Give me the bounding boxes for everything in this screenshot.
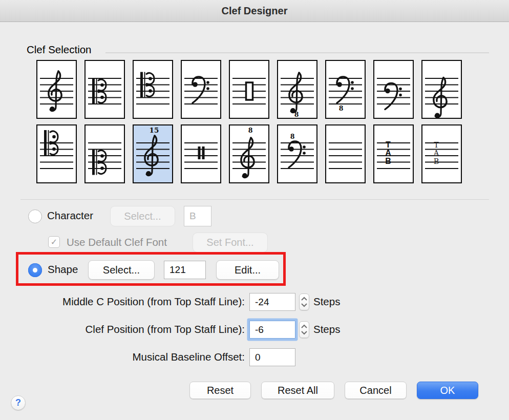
shape-radio[interactable] (28, 263, 42, 277)
checkmark-icon: ✓ (51, 237, 57, 247)
svg-text:8: 8 (248, 127, 253, 134)
stepper-up-icon (301, 297, 308, 301)
clef-cell-16-blank[interactable] (325, 124, 366, 183)
stepper-up-icon (301, 324, 308, 328)
clef-grid-row-1: 8 8 (36, 60, 462, 119)
clef-cell-5-perc-rect[interactable] (229, 60, 269, 119)
clef-cell-17-tab-bold[interactable]: TAB (373, 124, 414, 183)
clef-cell-6-treble[interactable]: 8 (277, 60, 317, 119)
svg-text:T: T (386, 140, 391, 149)
musical-baseline-offset-label: Musical Baseline Offset: (0, 351, 245, 363)
clef-selection-label: Clef Selection (27, 44, 91, 56)
musical-baseline-offset-field[interactable] (249, 348, 295, 366)
middle-c-position-field[interactable] (249, 293, 295, 311)
svg-text:8: 8 (339, 104, 344, 112)
clef-cell-9-treble[interactable] (421, 60, 462, 119)
clef-position-field[interactable] (249, 321, 295, 339)
help-button[interactable]: ? (11, 395, 26, 410)
shape-select-button[interactable]: Select... (88, 260, 155, 280)
clef-cell-10-c-clef[interactable] (36, 124, 77, 183)
clef-position-steps-label: Steps (313, 323, 340, 335)
window-titlebar[interactable]: Clef Designer (0, 0, 509, 22)
shape-radio-label: Shape (48, 263, 78, 276)
svg-text:A: A (433, 149, 439, 157)
use-default-clef-font-checkbox[interactable]: ✓ (48, 236, 60, 248)
clef-grid-row-2: 15 8 8TABTAB (36, 124, 462, 183)
ok-button[interactable]: OK (417, 382, 478, 399)
svg-text:T: T (434, 141, 439, 149)
clef-cell-14-treble[interactable]: 8 (229, 124, 269, 183)
clef-cell-8-bass[interactable] (373, 60, 414, 119)
cancel-button[interactable]: Cancel (345, 382, 407, 399)
question-mark-icon: ? (15, 397, 21, 408)
middle-c-steps-label: Steps (313, 296, 340, 308)
clef-cell-12-treble-selected[interactable]: 15 (133, 124, 173, 183)
shape-edit-button[interactable]: Edit... (216, 260, 279, 280)
clef-position-label: Clef Position (from Top Staff Line): (0, 323, 245, 335)
svg-text:8: 8 (294, 111, 299, 118)
clef-cell-15-bass[interactable]: 8 (277, 124, 317, 183)
reset-button[interactable]: Reset (189, 382, 251, 399)
middle-c-stepper[interactable] (299, 293, 309, 310)
reset-all-button[interactable]: Reset All (261, 382, 334, 399)
clef-cell-3-c-clef[interactable] (133, 60, 173, 119)
stepper-down-icon (301, 303, 308, 307)
use-default-clef-font-label: Use Default Clef Font (67, 236, 167, 248)
set-font-button[interactable]: Set Font... (193, 233, 268, 253)
clef-cell-18-tab-serif[interactable]: TAB (421, 124, 462, 183)
radio-dot (33, 268, 37, 272)
window-title: Clef Designer (222, 5, 288, 16)
character-value-field[interactable] (184, 206, 211, 226)
svg-text:B: B (385, 157, 391, 165)
svg-text:A: A (385, 149, 391, 157)
shape-id-field[interactable] (164, 261, 206, 279)
character-select-button[interactable]: Select... (110, 206, 175, 226)
clef-cell-2-c-clef[interactable] (84, 60, 125, 119)
section-divider (20, 199, 489, 200)
character-radio-label: Character (47, 209, 93, 222)
svg-text:8: 8 (290, 133, 295, 140)
character-radio[interactable] (28, 209, 42, 223)
clef-cell-7-bass[interactable]: 8 (325, 60, 366, 119)
clef-cell-13-perc-bars[interactable] (181, 124, 221, 183)
svg-text:15: 15 (150, 126, 159, 134)
svg-text:B: B (434, 157, 439, 165)
clef-cell-4-bass[interactable] (181, 60, 221, 119)
clef-cell-1-treble[interactable] (36, 60, 77, 119)
stepper-down-icon (301, 331, 308, 335)
clef-position-stepper[interactable] (299, 321, 309, 338)
middle-c-position-label: Middle C Position (from Top Staff Line): (0, 296, 245, 308)
clef-selection-rule (105, 52, 489, 53)
clef-cell-11-c-clef[interactable] (84, 124, 125, 183)
